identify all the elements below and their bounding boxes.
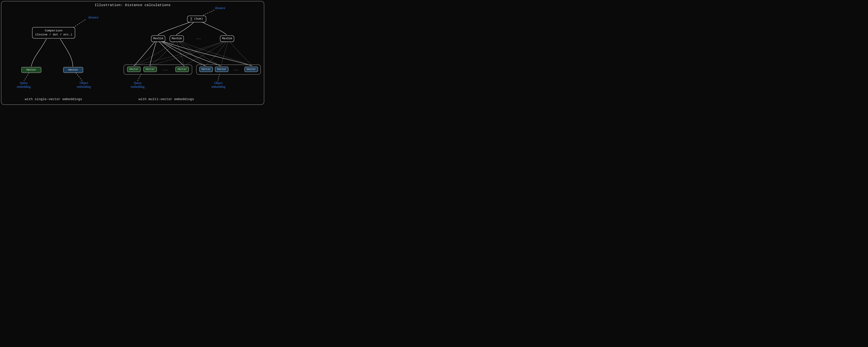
left-object-vector: Vector <box>63 67 83 73</box>
diagram-frame: Illustration: Distance calculations <box>1 1 264 105</box>
query-vector-ellipsis: ... <box>160 68 170 71</box>
left-query-annotation: Query embedding <box>12 81 35 89</box>
maxsim-node-2: MaxSim <box>169 35 184 42</box>
query-vector-2: Vector <box>144 67 157 72</box>
object-vector-2: Vector <box>215 67 228 72</box>
right-query-annotation: Query embedding <box>126 81 149 89</box>
distance-annotation-left: distance <box>83 15 104 20</box>
comparison-line2: (Cosine / dot / etc.) <box>35 33 72 37</box>
connectors-svg <box>1 1 264 104</box>
comparison-line1: Comparison <box>35 29 72 33</box>
maxsim-node-1: MaxSim <box>151 35 165 42</box>
object-vector-3: Vector <box>244 67 258 72</box>
query-vector-1: Vector <box>127 67 141 72</box>
right-object-annotation: Object embedding <box>207 81 230 89</box>
comparison-node: Comparison (Cosine / dot / etc.) <box>32 27 75 38</box>
maxsim-ellipsis: ... <box>193 37 204 40</box>
left-caption: with single-vector embeddings <box>22 97 85 101</box>
distance-annotation-right: distance <box>210 6 230 10</box>
object-vector-ellipsis: ... <box>231 68 240 71</box>
left-query-vector: Vector <box>21 67 41 73</box>
sum-node: ∑ (Sum) <box>187 15 206 22</box>
object-vector-1: Vector <box>199 67 213 72</box>
query-vector-3: Vector <box>175 67 189 72</box>
maxsim-node-3: MaxSim <box>220 35 234 42</box>
left-object-annotation: Object embedding <box>72 81 95 89</box>
right-caption: with multi-vector embeddings <box>135 97 197 101</box>
